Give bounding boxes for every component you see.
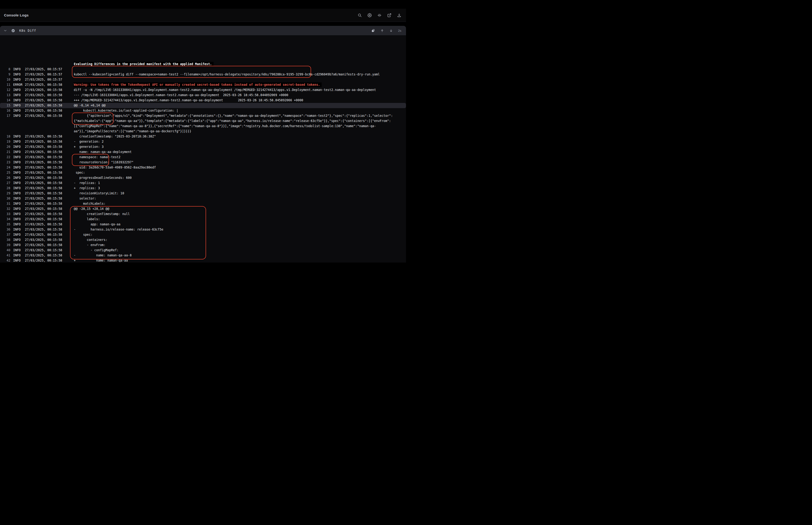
log-timestamp: 27/03/2025, 00:15:58 (25, 253, 74, 258)
log-line-number: 32 (0, 206, 10, 211)
log-row[interactable]: 40INFO27/03/2025, 00:15:58 - configMapRe… (0, 248, 406, 253)
log-row[interactable]: 33INFO27/03/2025, 00:15:58 creationTimes… (0, 211, 406, 217)
log-line-number: 36 (0, 227, 10, 232)
log-message: containers: (74, 237, 406, 242)
log-timestamp: 27/03/2025, 00:15:58 (25, 217, 74, 222)
log-row[interactable]: 13INFO27/03/2025, 00:15:58--- /tmp/LIVE-… (0, 93, 406, 98)
header-actions (357, 13, 401, 17)
log-row[interactable]: 23INFO27/03/2025, 00:15:58 resourceVersi… (0, 160, 406, 165)
log-timestamp: 27/03/2025, 00:15:58 (25, 222, 74, 227)
log-line-number: 42 (0, 258, 10, 262)
log-row[interactable]: 15INFO27/03/2025, 00:15:58@@ -6,14 +6,14… (0, 103, 406, 108)
log-line-number: 13 (0, 93, 10, 98)
log-row[interactable]: 27INFO27/03/2025, 00:15:58- replicas: 1 (0, 180, 406, 186)
log-row[interactable]: 28INFO27/03/2025, 00:15:58+ replicas: 3 (0, 186, 406, 191)
log-level: INFO (13, 227, 25, 232)
log-row[interactable]: 36INFO27/03/2025, 00:15:58- harness.io/r… (0, 227, 406, 232)
log-timestamp: 27/03/2025, 00:15:58 (25, 191, 74, 196)
log-line-number: 9 (0, 72, 10, 77)
log-timestamp: 27/03/2025, 00:15:57 (25, 77, 74, 82)
log-row[interactable]: 17INFO27/03/2025, 00:15:58 {"apiVersion"… (0, 113, 406, 134)
log-row[interactable]: 35INFO27/03/2025, 00:15:58 app: naman-qa… (0, 222, 406, 227)
log-message: uid: 3a20dc70-53a0-4989-8562-8aa29ac80ed… (74, 165, 406, 170)
log-row[interactable]: 18INFO27/03/2025, 00:15:58 creationTimes… (0, 134, 406, 139)
log-line-number: 39 (0, 242, 10, 248)
log-timestamp: 27/03/2025, 00:15:58 (25, 211, 74, 217)
log-line-number: 25 (0, 170, 10, 175)
k8s-diff-section-header[interactable]: K8s Diff 2s (0, 26, 406, 35)
log-line-number: 33 (0, 211, 10, 217)
log-row[interactable]: 14INFO27/03/2025, 00:15:58+++ /tmp/MERGE… (0, 98, 406, 103)
log-row[interactable]: 31INFO27/03/2025, 00:15:58 matchLabels: (0, 201, 406, 206)
log-row[interactable]: 42INFO27/03/2025, 00:15:58+ name: naman-… (0, 258, 406, 262)
scroll-up-icon[interactable] (380, 29, 384, 32)
collapse-icon[interactable] (377, 13, 382, 17)
log-level: INFO (13, 175, 25, 180)
console-logs-header: Console Logs (0, 9, 406, 22)
log-row[interactable]: 20INFO27/03/2025, 00:15:58+ generation: … (0, 144, 406, 149)
log-level: INFO (13, 103, 25, 108)
log-row[interactable]: 32INFO27/03/2025, 00:15:58@@ -28,15 +28,… (0, 206, 406, 211)
log-level: INFO (13, 170, 25, 175)
page-title: Console Logs (4, 13, 29, 17)
log-row[interactable]: Evaluating Differences in the provided m… (0, 62, 406, 67)
log-timestamp: 27/03/2025, 00:15:58 (25, 149, 74, 155)
log-message: selector: (74, 196, 406, 201)
log-message: + generation: 3 (74, 144, 406, 149)
log-message: progressDeadlineSeconds: 600 (74, 175, 406, 180)
log-line-number: 24 (0, 165, 10, 170)
log-row[interactable]: 11ERROR27/03/2025, 00:15:58Warning: Use … (0, 82, 406, 87)
log-row[interactable]: 39INFO27/03/2025, 00:15:58 - envFrom: (0, 242, 406, 248)
log-timestamp: 27/03/2025, 00:15:58 (25, 87, 74, 93)
log-row[interactable]: 38INFO27/03/2025, 00:15:58 containers: (0, 237, 406, 242)
log-line-number: 38 (0, 237, 10, 242)
log-row[interactable]: 19INFO27/03/2025, 00:15:58- generation: … (0, 139, 406, 144)
log-row[interactable]: 29INFO27/03/2025, 00:15:58 revisionHisto… (0, 191, 406, 196)
log-message: spec: (74, 232, 406, 237)
section-title: K8s Diff (19, 29, 36, 32)
log-timestamp: 27/03/2025, 00:15:58 (25, 103, 74, 108)
log-row[interactable]: 30INFO27/03/2025, 00:15:58 selector: (0, 196, 406, 201)
scroll-down-icon[interactable] (389, 29, 393, 32)
log-row[interactable]: 24INFO27/03/2025, 00:15:58 uid: 3a20dc70… (0, 165, 406, 170)
log-row[interactable]: 22INFO27/03/2025, 00:15:58 namespace: na… (0, 155, 406, 160)
log-row[interactable]: 12INFO27/03/2025, 00:15:58diff -u -N /tm… (0, 87, 406, 93)
log-row[interactable]: 26INFO27/03/2025, 00:15:58 progressDeadl… (0, 175, 406, 180)
open-in-new-tab-icon[interactable] (387, 13, 392, 17)
log-level: INFO (13, 108, 25, 113)
log-message: namespace: naman-test2 (74, 155, 406, 160)
log-row[interactable]: 37INFO27/03/2025, 00:15:58 spec: (0, 232, 406, 237)
log-level: INFO (13, 165, 25, 170)
log-row[interactable]: 16INFO27/03/2025, 00:15:58 kubectl.kuber… (0, 108, 406, 113)
chevron-down-icon[interactable] (3, 29, 7, 32)
log-row[interactable]: 25INFO27/03/2025, 00:15:58 spec: (0, 170, 406, 175)
check-circle-icon (11, 29, 15, 32)
log-timestamp: 27/03/2025, 00:15:58 (25, 186, 74, 191)
log-row[interactable]: 9INFO27/03/2025, 00:15:57kubectl --kubec… (0, 72, 406, 77)
log-row[interactable]: 34INFO27/03/2025, 00:15:58 labels: (0, 217, 406, 222)
k8s-diff-panel: K8s Diff 2s Evaluating Differences in th… (0, 26, 406, 262)
log-message: Warning: Use tokens from the TokenReques… (74, 82, 406, 87)
search-icon[interactable] (357, 13, 362, 17)
copy-icon[interactable] (371, 29, 375, 32)
download-icon[interactable] (397, 13, 401, 17)
log-level: INFO (13, 253, 25, 258)
log-level: INFO (13, 201, 25, 206)
log-timestamp: 27/03/2025, 00:15:58 (25, 139, 74, 144)
log-level: INFO (13, 160, 25, 165)
log-level: INFO (13, 67, 25, 72)
log-timestamp: 27/03/2025, 00:15:58 (25, 170, 74, 175)
log-level: INFO (13, 134, 25, 139)
log-row[interactable]: 8INFO27/03/2025, 00:15:57 (0, 67, 406, 72)
log-timestamp: 27/03/2025, 00:15:58 (25, 258, 74, 262)
log-message: app: naman-qa-aa (74, 222, 406, 227)
log-message: resourceVersion: "1163932297" (74, 160, 406, 165)
log-row[interactable]: 41INFO27/03/2025, 00:15:58- name: naman-… (0, 253, 406, 258)
settings-gear-icon[interactable] (367, 13, 372, 17)
log-row[interactable]: 10INFO27/03/2025, 00:15:57 (0, 77, 406, 82)
log-timestamp: 27/03/2025, 00:15:58 (25, 134, 74, 139)
log-level: INFO (13, 248, 25, 253)
log-line-number: 23 (0, 160, 10, 165)
log-row[interactable]: 21INFO27/03/2025, 00:15:58 name: naman-q… (0, 149, 406, 155)
log-message: - configMapRef: (74, 248, 406, 253)
